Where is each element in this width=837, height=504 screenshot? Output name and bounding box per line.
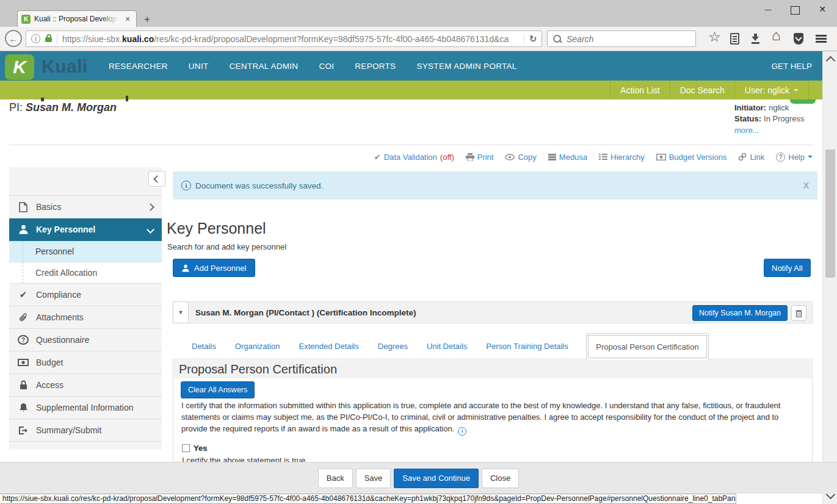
action-list-link[interactable]: Action List — [610, 81, 670, 99]
hierarchy-link[interactable]: Hierarchy — [599, 153, 645, 162]
bell-icon — [18, 403, 29, 412]
certification-panel: Proposal Person Certification Clear All … — [173, 359, 813, 462]
nav-system-admin-portal[interactable]: SYSTEM ADMIN PORTAL — [416, 62, 516, 71]
nav-researcher[interactable]: RESEARCHER — [109, 62, 168, 71]
sidebar-item-summary-submit[interactable]: Summary/Submit — [9, 419, 162, 442]
back-button-form[interactable]: Back — [318, 469, 353, 488]
sidebar-item-basics[interactable]: Basics — [9, 196, 162, 218]
scrollbar-thumb[interactable] — [825, 149, 835, 278]
kuali-logo[interactable]: K — [5, 54, 34, 80]
sidebar-item-access[interactable]: Access — [9, 374, 162, 397]
page-info-icon[interactable] — [31, 34, 40, 43]
https-lock-icon[interactable] — [45, 37, 52, 42]
person-panel-title: Susan M. Morgan (PI/Contact ) (Certifica… — [195, 308, 416, 317]
status-label: Status: — [734, 114, 761, 123]
scroll-up-arrow[interactable] — [826, 56, 836, 66]
medusa-icon — [548, 154, 556, 156]
certification-heading: Proposal Person Certification — [174, 360, 811, 378]
user-menu[interactable]: User: nglick — [734, 81, 808, 99]
pi-name: Susan M. Morgan — [26, 101, 117, 113]
kuali-wordmark[interactable]: Kuali — [42, 56, 88, 77]
bookmarks-list-icon[interactable] — [730, 33, 739, 45]
validation-off-badge: (off) — [440, 153, 454, 162]
tab-details[interactable]: Details — [192, 342, 216, 351]
link-icon — [738, 153, 747, 161]
copy-link[interactable]: Copy — [505, 153, 536, 162]
hierarchy-icon — [599, 153, 607, 160]
notification-banner: Document was successfully saved. — [173, 171, 817, 200]
notify-all-button[interactable]: Notify All — [764, 259, 811, 277]
search-input[interactable] — [565, 34, 678, 45]
notify-person-button[interactable]: Notify Susan M. Morgan — [692, 305, 788, 321]
reload-icon[interactable] — [524, 34, 542, 45]
window-close-button[interactable] — [816, 4, 828, 15]
save-button[interactable]: Save — [356, 469, 391, 488]
browser-tab[interactable]: K Kuali :: Proposal Developme — [17, 10, 137, 27]
sidebar-item-questionnaire[interactable]: Questionnaire — [9, 329, 162, 351]
page-subtitle: Search for and add key personnel — [167, 242, 286, 251]
chevron-down-icon — [147, 226, 154, 234]
search-bar[interactable] — [547, 31, 696, 47]
sidebar-item-supplemental-information[interactable]: Supplemental Information — [9, 397, 162, 419]
add-personnel-button[interactable]: Add Personnel — [173, 259, 255, 277]
delete-person-button[interactable] — [791, 305, 806, 321]
person-tabs: Details Organization Extended Details De… — [173, 333, 813, 359]
new-tab-button[interactable] — [144, 13, 150, 26]
data-validation-link[interactable]: Data Validation(off) — [374, 153, 454, 162]
search-icon — [553, 35, 561, 43]
window-minimize-button[interactable] — [762, 4, 774, 15]
nav-unit[interactable]: UNIT — [189, 62, 209, 71]
tab-person-training-details[interactable]: Person Training Details — [486, 342, 568, 351]
print-link[interactable]: Print — [466, 153, 494, 162]
tab-close-icon[interactable] — [123, 15, 132, 23]
nav-central-admin[interactable]: CENTRAL ADMIN — [229, 62, 298, 71]
shield-icon[interactable] — [794, 33, 803, 45]
address-bar[interactable]: https://siue-sbx.kuali.co/res/kc-pd-krad… — [26, 31, 542, 47]
budget-versions-link[interactable]: Budget Versions — [656, 153, 727, 162]
more-link[interactable]: more... — [734, 125, 805, 136]
medusa-link[interactable]: Medusa — [548, 153, 587, 162]
certify-yes-label: Yes — [194, 444, 207, 453]
notification-close-icon[interactable] — [803, 181, 809, 190]
nav-reports[interactable]: REPORTS — [355, 62, 396, 71]
close-button[interactable]: Close — [482, 469, 519, 488]
sidebar-item-budget[interactable]: Budget — [9, 351, 162, 374]
info-icon[interactable] — [458, 427, 466, 436]
sidebar-item-credit-allocation[interactable]: Credit Allocation — [9, 262, 162, 284]
form-footer: Back Save Save and Continue Close — [0, 462, 837, 494]
get-help-link[interactable]: GET HELP — [771, 51, 812, 81]
tab-organization[interactable]: Organization — [235, 342, 280, 351]
certify-yes-row: Yes — [182, 444, 207, 453]
bookmark-star-icon[interactable] — [708, 29, 721, 45]
url-text[interactable]: https://siue-sbx.kuali.co/res/kc-pd-krad… — [62, 34, 524, 44]
sidebar-item-key-personnel[interactable]: Key Personnel — [9, 218, 162, 241]
save-and-continue-button[interactable]: Save and Continue — [394, 469, 479, 488]
sidebar-spacer — [9, 167, 162, 196]
sidebar-item-personnel[interactable]: Personnel — [9, 241, 162, 262]
tab-extended-details[interactable]: Extended Details — [299, 342, 358, 351]
link-link[interactable]: Link — [738, 153, 764, 162]
back-button[interactable] — [5, 30, 22, 47]
tab-proposal-person-certification[interactable]: Proposal Person Certification — [586, 333, 709, 360]
certify-yes-checkbox[interactable] — [182, 444, 190, 452]
help-icon — [776, 153, 785, 162]
clear-all-answers-button[interactable]: Clear All Answers — [181, 381, 255, 398]
help-menu[interactable]: Help — [776, 153, 813, 162]
status-bar-link-preview: https://siue-sbx.kuali.co/res/kc-pd-krad… — [0, 494, 736, 504]
tab-degrees[interactable]: Degrees — [378, 342, 408, 351]
chevron-down-icon — [794, 89, 799, 92]
nav-coi[interactable]: COI — [319, 62, 334, 71]
sidebar-item-compliance[interactable]: Compliance — [9, 284, 162, 306]
page-scrollbar[interactable] — [822, 51, 837, 504]
downloads-icon[interactable] — [752, 34, 760, 42]
pi-label: PI: — [9, 101, 23, 113]
sidebar-item-attachments[interactable]: Attachments — [9, 306, 162, 329]
tab-unit-details[interactable]: Unit Details — [427, 342, 467, 351]
sidebar-collapse-button[interactable] — [148, 171, 165, 187]
menu-icon[interactable] — [816, 35, 827, 37]
window-maximize-button[interactable] — [791, 6, 800, 15]
doc-search-link[interactable]: Doc Search — [670, 81, 734, 99]
home-icon[interactable] — [772, 28, 781, 43]
collapse-caret-icon[interactable] — [173, 301, 189, 323]
document-icon — [18, 202, 29, 212]
